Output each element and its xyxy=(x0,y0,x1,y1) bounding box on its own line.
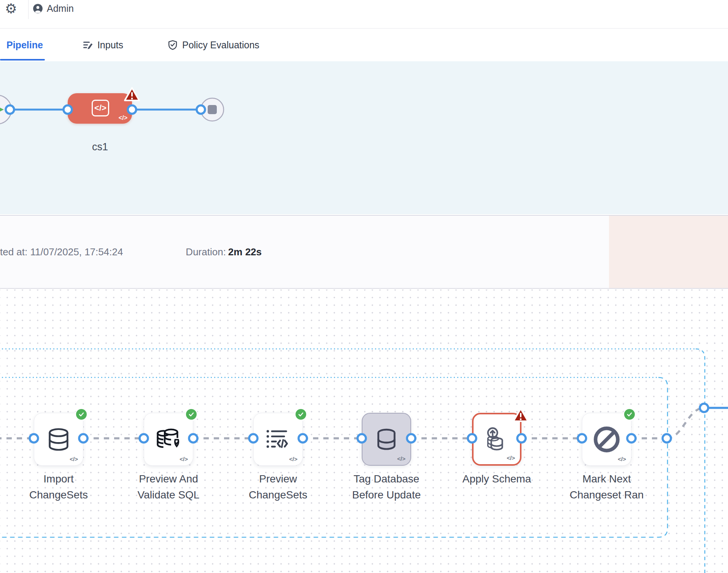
code-icon: </> xyxy=(180,456,188,462)
active-tab-underline xyxy=(0,59,45,60)
person-circle-icon xyxy=(33,3,43,14)
pipeline-node-cs1[interactable]: </> </> xyxy=(68,93,132,124)
code-icon: </> xyxy=(397,455,405,462)
node-label: Apply Schema xyxy=(453,471,540,487)
tab-inputs-label: Inputs xyxy=(97,40,123,51)
tab-policy-evaluations[interactable]: Policy Evaluations xyxy=(167,40,259,51)
end-node-circle[interactable] xyxy=(201,98,224,121)
error-badge-icon xyxy=(512,407,529,423)
pipeline-canvas[interactable]: </> </> cs1 xyxy=(0,61,728,214)
code-icon: </> xyxy=(618,456,626,462)
side-panel-background xyxy=(609,216,728,288)
tab-pipeline-label: Pipeline xyxy=(6,40,43,51)
database-upload-icon xyxy=(483,426,510,453)
code-block-icon: </> xyxy=(92,100,109,116)
node-label: Preview And Validate SQL xyxy=(125,471,212,503)
top-bar: ⚙ Admin xyxy=(0,0,728,28)
code-icon: </> xyxy=(119,115,127,121)
database-icon xyxy=(374,427,399,452)
pipeline-node-label: cs1 xyxy=(68,141,132,153)
user-label: Admin xyxy=(47,3,74,14)
code-icon: </> xyxy=(507,455,515,461)
workflow-node-tag-database: </> Tag Database Before Update xyxy=(343,413,430,503)
node-card[interactable]: </> xyxy=(144,413,193,466)
workflow-node-apply-schema: </> Apply Schema xyxy=(453,413,540,487)
success-badge-icon xyxy=(294,408,307,421)
stop-icon xyxy=(208,105,217,114)
run-status-bar: ted at: 11/07/2025, 17:54:24 Duration:2m… xyxy=(0,215,728,289)
workflow-node-mark-next-changeset: </> Mark Next Changeset Ran xyxy=(563,413,650,503)
success-badge-icon xyxy=(185,408,198,421)
ban-icon xyxy=(592,425,622,454)
started-at-text: ted at: 11/07/2025, 17:54:24 xyxy=(0,246,123,258)
pipeline-edges-layer xyxy=(0,61,728,214)
settings-gear-icon[interactable]: ⚙ xyxy=(4,1,18,16)
duration-label: Duration: xyxy=(186,246,226,258)
error-badge-icon xyxy=(124,87,140,102)
node-label: Import ChangeSets xyxy=(15,471,102,503)
workflow-canvas[interactable]: </> Import ChangeSets xyxy=(0,290,728,573)
duration-text: Duration:2m 22s xyxy=(186,246,262,258)
tab-bar: Pipeline Inputs Policy Evaluations xyxy=(0,29,728,61)
outer-container-right xyxy=(696,349,705,573)
edit-lines-icon xyxy=(83,40,93,50)
node-card[interactable]: </> xyxy=(253,413,303,466)
duration-value: 2m 22s xyxy=(228,246,262,258)
user-menu[interactable]: Admin xyxy=(33,1,74,16)
success-badge-icon xyxy=(75,408,88,421)
tab-pipeline[interactable]: Pipeline xyxy=(6,40,43,51)
node-card[interactable]: </> xyxy=(362,413,411,466)
success-badge-icon xyxy=(623,408,636,421)
database-icon xyxy=(46,427,71,452)
start-node-circle[interactable] xyxy=(0,95,11,124)
node-label: Tag Database Before Update xyxy=(343,471,430,503)
node-card[interactable]: </> xyxy=(582,413,631,466)
app-root: ⚙ Admin Pipeline Inputs xyxy=(0,0,728,573)
play-icon xyxy=(0,105,4,114)
tab-inputs[interactable]: Inputs xyxy=(83,40,123,51)
code-icon: </> xyxy=(70,456,78,462)
workflow-node-preview-changesets: </> Preview ChangeSets xyxy=(234,413,322,503)
tab-policy-evaluations-label: Policy Evaluations xyxy=(182,40,259,51)
database-check-icon xyxy=(155,427,182,452)
node-label: Mark Next Changeset Ran xyxy=(563,471,650,503)
list-code-icon xyxy=(265,428,291,451)
workflow-node-import-changesets: </> Import ChangeSets xyxy=(15,413,102,503)
topbar-divider xyxy=(28,0,29,19)
node-card[interactable]: </> xyxy=(34,413,83,466)
workflow-node-preview-validate-sql: </> Preview And Validate SQL xyxy=(125,413,212,503)
shield-check-icon xyxy=(167,40,178,50)
node-card[interactable]: </> xyxy=(472,413,521,466)
node-label: Preview ChangeSets xyxy=(234,471,322,503)
code-icon: </> xyxy=(289,456,297,462)
